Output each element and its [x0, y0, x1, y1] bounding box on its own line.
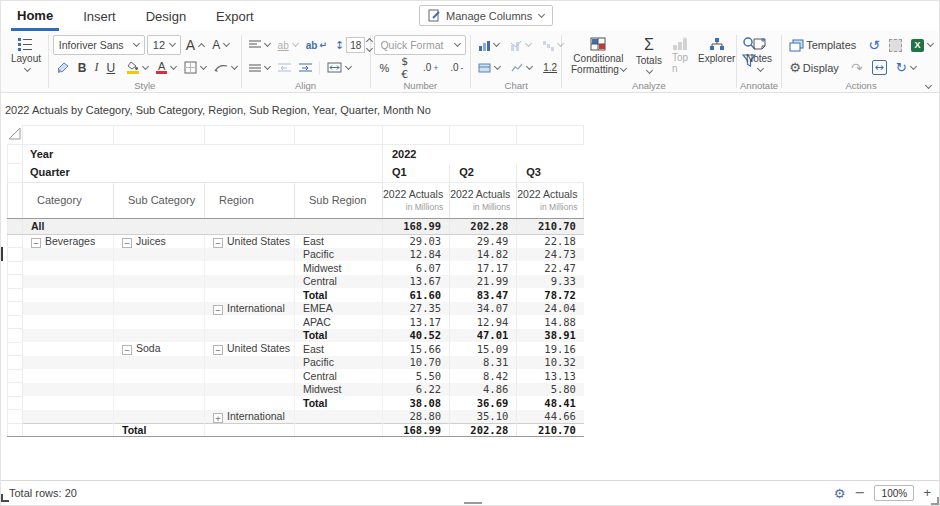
resize-corner-bottom-right[interactable] — [931, 497, 939, 505]
grand-total-row[interactable]: Total168.99202.28210.70 — [8, 423, 584, 437]
italic-button[interactable]: I — [91, 59, 101, 76]
value-cell-q1[interactable]: 13.67 — [383, 275, 450, 289]
quarter-q1[interactable]: Q1 — [383, 163, 450, 182]
value-cell-q2[interactable]: 4.86 — [450, 383, 517, 397]
value-cell-q1[interactable]: 10.70 — [383, 356, 450, 370]
category-cell[interactable] — [23, 288, 114, 302]
table-corner-cell[interactable] — [8, 126, 23, 145]
region-cell[interactable] — [205, 369, 295, 383]
refresh-button[interactable]: ↻ — [893, 59, 919, 76]
sub-category-cell[interactable] — [114, 315, 205, 329]
collapse-icon[interactable]: − — [213, 345, 223, 355]
currency-format-button[interactable]: $€ — [398, 54, 414, 82]
table-row[interactable]: −Soda−United StatesEast15.6615.0919.16 — [8, 342, 584, 356]
sub-region-cell[interactable]: Pacific — [295, 248, 383, 262]
sub-region-cell[interactable]: EMEA — [295, 302, 383, 316]
value-cell-q1[interactable]: 15.66 — [383, 342, 450, 356]
explorer-button[interactable]: Explorer — [693, 34, 740, 64]
combo-chart-button[interactable] — [507, 39, 534, 52]
sub-category-cell[interactable] — [114, 302, 205, 316]
row-handle[interactable] — [8, 315, 23, 329]
sub-category-cell[interactable] — [114, 369, 205, 383]
value-cell-q3[interactable]: 24.73 — [517, 248, 584, 262]
row-handle[interactable] — [8, 182, 23, 218]
region-cell[interactable] — [205, 288, 295, 302]
category-cell[interactable] — [23, 261, 114, 275]
fill-color-button[interactable] — [124, 60, 151, 75]
header-sub-region[interactable]: Sub Region — [295, 182, 383, 218]
category-cell[interactable] — [23, 342, 114, 356]
category-cell[interactable] — [23, 383, 114, 397]
text-overflow-button[interactable]: ab — [275, 39, 301, 52]
category-cell[interactable] — [23, 275, 114, 289]
header-measure-q2[interactable]: 2022 Actualsin Millions — [450, 182, 517, 218]
row-height-value[interactable]: 18 — [346, 37, 365, 53]
value-cell-q2[interactable]: 15.09 — [450, 342, 517, 356]
quarter-q2[interactable]: Q2 — [450, 163, 517, 182]
resize-corner-bottom-left[interactable] — [1, 494, 9, 502]
layout-button[interactable]: Layout — [8, 34, 44, 71]
decrease-decimal-button[interactable]: .0- — [447, 61, 466, 74]
region-cell[interactable]: −United States — [205, 342, 295, 356]
horizontal-align-button[interactable] — [246, 39, 273, 51]
value-cell-q3[interactable]: 44.66 — [517, 410, 584, 424]
table-row[interactable]: Pacific12.8414.8224.73 — [8, 248, 584, 262]
value-cell-q2[interactable]: 14.82 — [450, 248, 517, 262]
row-handle[interactable] — [8, 396, 23, 410]
table-row[interactable]: APAC13.1712.9414.88 — [8, 315, 584, 329]
category-cell[interactable] — [23, 423, 114, 437]
quarter-q3[interactable]: Q3 — [517, 163, 584, 182]
category-cell[interactable] — [23, 302, 114, 316]
sub-category-cell[interactable] — [114, 288, 205, 302]
value-cell-q1[interactable]: 12.84 — [383, 248, 450, 262]
collapse-icon[interactable]: − — [122, 345, 132, 355]
year-value[interactable]: 2022 — [383, 144, 584, 163]
table-row[interactable]: Total40.5247.0138.91 — [8, 329, 584, 343]
quick-format-select[interactable]: Quick Format — [374, 35, 466, 55]
zoom-out-button[interactable]: − — [855, 488, 866, 498]
row-handle[interactable] — [8, 329, 23, 343]
value-cell-q1[interactable]: 29.03 — [383, 234, 450, 248]
value-cell-q2[interactable]: 21.99 — [450, 275, 517, 289]
row-handle[interactable] — [8, 288, 23, 302]
value-cell-q3[interactable]: 22.18 — [517, 234, 584, 248]
region-cell[interactable]: +International — [205, 410, 295, 424]
undo-button[interactable]: ↺ — [865, 36, 883, 54]
sub-region-cell[interactable]: Total — [295, 329, 383, 343]
value-cell-q2[interactable]: 202.28 — [450, 423, 517, 437]
header-sub-category[interactable]: Sub Category — [114, 182, 205, 218]
category-cell[interactable] — [23, 410, 114, 424]
percent-format-button[interactable]: % — [376, 61, 392, 75]
sub-category-cell[interactable] — [114, 410, 205, 424]
tab-insert[interactable]: Insert — [77, 3, 122, 29]
resize-handle-bottom-center[interactable] — [464, 502, 482, 504]
collapse-icon[interactable]: − — [213, 238, 223, 248]
row-handle[interactable] — [8, 248, 23, 262]
value-cell-q3[interactable]: 9.33 — [517, 275, 584, 289]
row-height-control[interactable]: ↕ 18 — [332, 36, 375, 54]
display-button[interactable]: ⚙ Display — [786, 59, 842, 76]
borders-button[interactable] — [181, 60, 209, 75]
region-cell[interactable]: −United States — [205, 234, 295, 248]
category-cell[interactable] — [23, 315, 114, 329]
sub-region-cell[interactable]: Total — [295, 288, 383, 302]
sub-region-cell[interactable]: East — [295, 234, 383, 248]
column-width-button[interactable] — [324, 61, 354, 74]
value-cell-q3[interactable]: 38.91 — [517, 329, 584, 343]
value-cell-q2[interactable]: 34.07 — [450, 302, 517, 316]
zoom-level-value[interactable]: 100% — [874, 485, 914, 501]
sub-category-cell[interactable]: −Juices — [114, 234, 205, 248]
table-row[interactable]: −Beverages−Juices−United StatesEast29.03… — [8, 234, 584, 248]
value-cell-q1[interactable]: 40.52 — [383, 329, 450, 343]
value-cell-q2[interactable]: 35.10 — [450, 410, 517, 424]
value-cell-q3[interactable]: 14.88 — [517, 315, 584, 329]
sub-region-cell[interactable] — [295, 423, 383, 437]
header-region[interactable]: Region — [205, 182, 295, 218]
region-cell[interactable] — [205, 329, 295, 343]
value-cell-q2[interactable]: 8.42 — [450, 369, 517, 383]
value-cell-q2[interactable]: 17.17 — [450, 261, 517, 275]
table-row[interactable]: −InternationalEMEA27.3534.0724.04 — [8, 302, 584, 316]
region-cell[interactable] — [205, 315, 295, 329]
sub-category-cell[interactable]: −Soda — [114, 342, 205, 356]
value-cell-q1[interactable]: 13.17 — [383, 315, 450, 329]
